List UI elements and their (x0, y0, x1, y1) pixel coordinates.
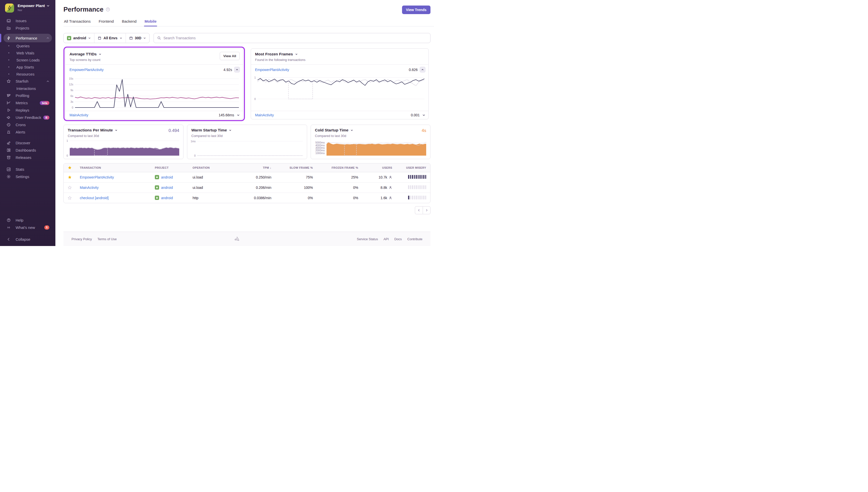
sidebar-collapse-button[interactable]: Collapse (3, 236, 52, 243)
project-link[interactable]: android (161, 175, 173, 179)
collapse-row-button[interactable] (420, 67, 426, 73)
widget-title-dropdown[interactable]: Most Frozen Frames (255, 52, 425, 56)
col-users[interactable]: Users (362, 164, 396, 172)
sidebar-item-issues[interactable]: Issues (3, 17, 52, 24)
org-switcher[interactable]: Empower Plant Nar (3, 3, 52, 13)
sidebar-item-settings[interactable]: Settings (3, 173, 52, 180)
sidebar-item-help[interactable]: Help (3, 217, 52, 224)
star-column-header[interactable] (64, 164, 76, 172)
sidebar-item-crons[interactable]: Crons (3, 121, 52, 128)
view-trends-button[interactable]: View Trends (402, 5, 431, 14)
expand-row-button[interactable] (422, 114, 426, 117)
project-link[interactable]: android (161, 186, 173, 190)
transaction-link[interactable]: EmpowerPlantActivity (80, 175, 114, 179)
sidebar-item-dashboards[interactable]: Dashboards (3, 147, 52, 154)
col-slow-frame[interactable]: Slow Frame % (275, 164, 317, 172)
sidebar-item-metrics[interactable]: Metrics beta (3, 99, 52, 106)
transaction-link[interactable]: MainActivity (70, 113, 88, 117)
view-all-button[interactable]: View All (220, 52, 240, 60)
expand-row-button[interactable] (237, 114, 240, 117)
org-name: Empower Plant (18, 3, 45, 8)
search-transactions-box[interactable] (154, 33, 431, 43)
prev-page-button[interactable] (415, 206, 423, 214)
date-range-filter[interactable]: 30D (126, 33, 150, 43)
transaction-link[interactable]: checkout [android] (80, 196, 108, 200)
android-project-icon (67, 36, 71, 40)
transaction-link[interactable]: MainActivity (255, 113, 274, 117)
tab-frontend[interactable]: Frontend (98, 19, 114, 26)
sidebar-item-performance[interactable]: Performance (3, 34, 52, 42)
col-tpm-sorted[interactable]: TPM ↓ (236, 164, 275, 172)
footer-link[interactable]: Service Status (357, 237, 378, 241)
sidebar-item-replays[interactable]: Replays (3, 106, 52, 114)
sort-desc-arrow: ↓ (270, 166, 271, 169)
transaction-link[interactable]: MainActivity (80, 186, 99, 190)
footer-link[interactable]: Contribute (407, 237, 423, 241)
footer-link[interactable]: Privacy Policy (72, 237, 92, 241)
sidebar-item-resources[interactable]: Resources (3, 71, 52, 78)
users-cell: 10.7k (362, 172, 396, 182)
y-axis-labels: 10 (66, 140, 70, 156)
sidebar-item-alerts[interactable]: Alerts (3, 128, 52, 136)
environment-filter[interactable]: All Envs (94, 33, 125, 43)
collapse-row-button[interactable] (234, 67, 240, 73)
search-icon (157, 36, 161, 40)
sidebar-item-releases[interactable]: Releases (3, 154, 52, 161)
sidebar-item-app-starts[interactable]: App Starts (3, 64, 52, 71)
window-icon (98, 36, 101, 40)
sentry-logo (117, 236, 357, 242)
star-cell[interactable] (64, 172, 76, 182)
warm-startup-widget: Warm Startup Time Compared to last 30d 1… (187, 125, 307, 159)
android-project-icon (155, 185, 159, 190)
org-project-name: Nar (18, 8, 50, 11)
y-axis-labels: 1ms0 (189, 140, 197, 156)
sidebar-item-discover[interactable]: Discover (3, 139, 52, 147)
next-page-button[interactable] (423, 206, 431, 214)
footer-link[interactable]: Docs (394, 237, 402, 241)
col-user-misery[interactable]: User Misery (396, 164, 430, 172)
star-outline-icon[interactable] (68, 196, 72, 200)
performance-tabs: All Transactions Frontend Backend Mobile (63, 19, 434, 26)
tpm-area-chart (70, 140, 179, 156)
sidebar-item-interactions[interactable]: Interactions (3, 85, 52, 92)
tab-all-transactions[interactable]: All Transactions (63, 19, 91, 26)
sidebar-item-user-feedback[interactable]: User Feedback B (3, 114, 52, 121)
star-outline-icon[interactable] (68, 186, 72, 190)
widget-title-dropdown[interactable]: Warm Startup Time (191, 128, 303, 132)
star-cell[interactable] (64, 193, 76, 203)
sidebar-item-profiling[interactable]: Profiling (3, 92, 52, 99)
col-operation[interactable]: Operation (188, 164, 236, 172)
transaction-link[interactable]: EmpowerPlantActivity (255, 68, 289, 72)
sidebar-item-queries[interactable]: Queries (3, 42, 52, 49)
sidebar-item-projects[interactable]: Projects (3, 24, 52, 32)
widget-title-dropdown[interactable]: Transactions Per Minute (68, 128, 179, 132)
sidebar-item-web-vitals[interactable]: Web Vitals (3, 49, 52, 56)
ttid-line-chart (75, 76, 239, 108)
metrics-icon (6, 101, 11, 105)
sidebar-item-starfish[interactable]: Starfish (3, 78, 52, 85)
beta-badge: beta (40, 101, 49, 105)
page-title: Performance (63, 5, 103, 13)
project-filter[interactable]: android (64, 33, 94, 43)
footer: Privacy PolicyTerms of Use Service Statu… (63, 232, 431, 246)
col-transaction[interactable]: Transaction (76, 164, 151, 172)
cold-startup-aggregate-value: 4s (422, 128, 426, 133)
tab-backend[interactable]: Backend (121, 19, 137, 26)
tab-mobile[interactable]: Mobile (144, 19, 157, 26)
sidebar-item-screen-loads[interactable]: Screen Loads (3, 56, 52, 64)
search-input[interactable] (163, 36, 427, 40)
project-link[interactable]: android (161, 196, 173, 200)
col-project[interactable]: Project (151, 164, 188, 172)
footer-link[interactable]: API (383, 237, 389, 241)
star-icon[interactable] (68, 175, 72, 179)
transaction-link[interactable]: EmpowerPlantActivity (70, 68, 103, 72)
sidebar-item-stats[interactable]: Stats (3, 166, 52, 173)
widget-title-dropdown[interactable]: Cold Startup Time (315, 128, 426, 132)
widget-title-dropdown[interactable]: Average TTIDs (70, 52, 239, 56)
footer-link[interactable]: Terms of Use (97, 237, 117, 241)
sidebar-item-whats-new[interactable]: What's new 5 (3, 224, 52, 231)
help-circle-icon[interactable] (106, 7, 110, 11)
star-cell[interactable] (64, 182, 76, 193)
clock-icon (6, 123, 11, 127)
col-frozen-frame[interactable]: Frozen Frame % (317, 164, 362, 172)
